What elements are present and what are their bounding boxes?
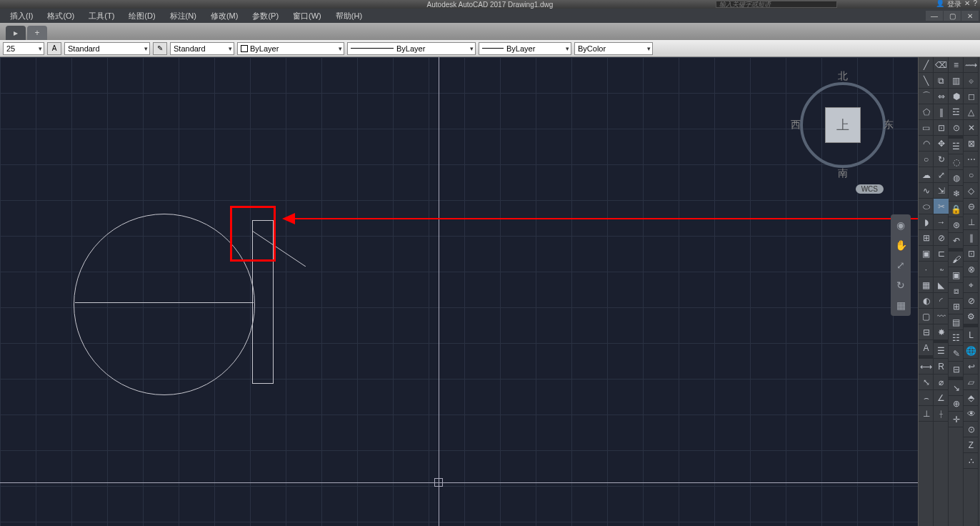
snap-perpendicular-icon[interactable]: ⊥ bbox=[964, 214, 979, 230]
tab-start[interactable]: ▸ bbox=[6, 26, 26, 40]
construction-line-icon[interactable]: ╲ bbox=[919, 73, 934, 89]
ucs-origin-icon[interactable]: ⊙ bbox=[964, 422, 979, 437]
circle-icon[interactable]: ○ bbox=[919, 152, 934, 167]
snap-from-icon[interactable]: ⟐ bbox=[964, 73, 979, 89]
snap-midpoint-icon[interactable]: △ bbox=[964, 104, 979, 120]
showmotion-icon[interactable]: ▦ bbox=[893, 297, 909, 313]
drawing-circle[interactable] bbox=[74, 214, 255, 395]
region-icon[interactable]: ▢ bbox=[919, 309, 934, 324]
distance-icon[interactable]: ≡ bbox=[949, 57, 964, 73]
point-icon[interactable]: · bbox=[919, 262, 934, 277]
maximize-button[interactable]: ▢ bbox=[944, 11, 961, 21]
dim-aligned-icon[interactable]: ⤡ bbox=[919, 374, 934, 390]
zoom-extents-icon[interactable]: ⤢ bbox=[893, 257, 909, 273]
menu-window[interactable]: 窗口(W) bbox=[286, 9, 329, 23]
nav-wheel-icon[interactable]: ◉ bbox=[893, 217, 909, 233]
break-at-point-icon[interactable]: ⊘ bbox=[934, 230, 949, 246]
polyline-icon[interactable]: ⌒ bbox=[919, 89, 934, 104]
snap-apparent-icon[interactable]: ⊠ bbox=[964, 136, 979, 152]
polygon-icon[interactable]: ⬠ bbox=[919, 104, 934, 120]
stretch-icon[interactable]: ⇲ bbox=[934, 183, 949, 199]
leader-icon[interactable]: ↘ bbox=[949, 380, 964, 396]
snap-endpoint-icon[interactable]: ◻ bbox=[964, 89, 979, 104]
markup-icon[interactable]: ✎ bbox=[949, 346, 964, 362]
center-mark-icon[interactable]: ✛ bbox=[949, 412, 964, 427]
drawing-canvas[interactable]: 上 北 南 东 西 WCS ◉ ✋ ⤢ ↻ ▦ bbox=[0, 57, 918, 526]
dim-arc-icon[interactable]: ⌢ bbox=[919, 390, 934, 406]
tolerance-icon[interactable]: ⊕ bbox=[949, 396, 964, 412]
layer-lock-icon[interactable]: 🔒 bbox=[949, 202, 964, 217]
text-style-icon[interactable]: A bbox=[47, 42, 61, 55]
rotate-icon[interactable]: ↻ bbox=[934, 152, 949, 167]
menu-draw[interactable]: 绘图(D) bbox=[121, 9, 162, 23]
revision-cloud-icon[interactable]: ☁ bbox=[919, 167, 934, 183]
ellipse-icon[interactable]: ⬭ bbox=[919, 199, 934, 214]
list-icon[interactable]: ☲ bbox=[949, 104, 964, 120]
quickcalc-icon[interactable]: ⊟ bbox=[949, 362, 964, 377]
line-icon[interactable]: ╱ bbox=[919, 57, 934, 73]
ucs-world-icon[interactable]: 🌐 bbox=[964, 343, 979, 359]
rectangle-icon[interactable]: ▭ bbox=[919, 120, 934, 136]
dim-style-icon[interactable]: ✎ bbox=[153, 42, 167, 55]
wcs-badge[interactable]: WCS bbox=[856, 184, 884, 194]
viewcube[interactable]: 上 北 南 东 西 bbox=[789, 71, 896, 179]
layer-match-icon[interactable]: ⊛ bbox=[949, 217, 964, 233]
snap-nearest-icon[interactable]: ⌖ bbox=[964, 277, 979, 293]
viewcube-north[interactable]: 北 bbox=[838, 70, 848, 83]
dim-angular-icon[interactable]: ∠ bbox=[934, 390, 949, 406]
dim-linear-icon[interactable]: ⟷ bbox=[919, 359, 934, 374]
design-center-icon[interactable]: ⊞ bbox=[949, 299, 964, 314]
orbit-icon[interactable]: ↻ bbox=[893, 277, 909, 293]
ucs-view-icon[interactable]: 👁 bbox=[964, 406, 979, 422]
gradient-icon[interactable]: ◐ bbox=[919, 293, 934, 309]
snap-quadrant-icon[interactable]: ◇ bbox=[964, 183, 979, 199]
block-editor-icon[interactable]: ▣ bbox=[949, 267, 964, 283]
blend-icon[interactable]: 〰 bbox=[934, 309, 949, 324]
copy-icon[interactable]: ⧉ bbox=[934, 73, 949, 89]
viewcube-south[interactable]: 南 bbox=[838, 167, 848, 180]
hatch-icon[interactable]: ▦ bbox=[919, 277, 934, 293]
ucs-3point-icon[interactable]: ∴ bbox=[964, 453, 979, 469]
make-block-icon[interactable]: ▣ bbox=[919, 246, 934, 262]
menu-modify[interactable]: 修改(M) bbox=[204, 9, 246, 23]
menu-parametric[interactable]: 参数(P) bbox=[245, 9, 286, 23]
temp-track-icon[interactable]: ⟿ bbox=[964, 57, 979, 73]
dim-style-dropdown[interactable]: Standard bbox=[170, 42, 234, 55]
explode-icon[interactable]: ✸ bbox=[934, 324, 949, 340]
viewcube-top-face[interactable]: 上 bbox=[825, 107, 861, 143]
lineweight-dropdown[interactable]: ByLayer bbox=[479, 42, 571, 55]
snap-node-icon[interactable]: ⊗ bbox=[964, 262, 979, 277]
ucs-z-icon[interactable]: Z bbox=[964, 437, 979, 453]
move-icon[interactable]: ✥ bbox=[934, 136, 949, 152]
ucs-prev-icon[interactable]: ↩ bbox=[964, 359, 979, 374]
array-icon[interactable]: ⊡ bbox=[934, 120, 949, 136]
snap-parallel-icon[interactable]: ∥ bbox=[964, 230, 979, 246]
minimize-button[interactable]: — bbox=[926, 11, 943, 21]
text-style-dropdown[interactable]: Standard bbox=[64, 42, 150, 55]
menu-tools[interactable]: 工具(T) bbox=[81, 9, 121, 23]
draworder-icon[interactable]: ☰ bbox=[934, 343, 949, 359]
osnap-settings-icon[interactable]: ⚙ bbox=[964, 309, 979, 324]
close-button[interactable]: ✕ bbox=[961, 11, 979, 21]
mirror-icon[interactable]: ⇔ bbox=[934, 89, 949, 104]
snap-tangent-icon[interactable]: ⊖ bbox=[964, 199, 979, 214]
mass-icon[interactable]: ⬢ bbox=[949, 89, 964, 104]
mtext-icon[interactable]: A bbox=[919, 340, 934, 356]
viewcube-east[interactable]: 东 bbox=[884, 119, 894, 132]
sheet-set-icon[interactable]: ☷ bbox=[949, 330, 964, 346]
plotstyle-dropdown[interactable]: ByColor bbox=[574, 42, 653, 55]
insert-block-icon[interactable]: ⊞ bbox=[919, 230, 934, 246]
drawing-diameter-line[interactable] bbox=[75, 302, 254, 303]
snap-extension-icon[interactable]: ⋯ bbox=[964, 152, 979, 167]
join-icon[interactable]: ⧜ bbox=[934, 262, 949, 277]
viewcube-west[interactable]: 西 bbox=[791, 119, 801, 132]
fillet-icon[interactable]: ◜ bbox=[934, 293, 949, 309]
layer-iso-icon[interactable]: ◍ bbox=[949, 170, 964, 186]
layer-freeze-icon[interactable]: ❄ bbox=[949, 186, 964, 202]
dim-radius-icon[interactable]: R bbox=[934, 359, 949, 374]
arc-icon[interactable]: ◠ bbox=[919, 136, 934, 152]
break-icon[interactable]: ⊏ bbox=[934, 246, 949, 262]
snap-none-icon[interactable]: ⊘ bbox=[964, 293, 979, 309]
tab-new[interactable]: + bbox=[27, 26, 47, 40]
snap-intersection-icon[interactable]: ✕ bbox=[964, 120, 979, 136]
